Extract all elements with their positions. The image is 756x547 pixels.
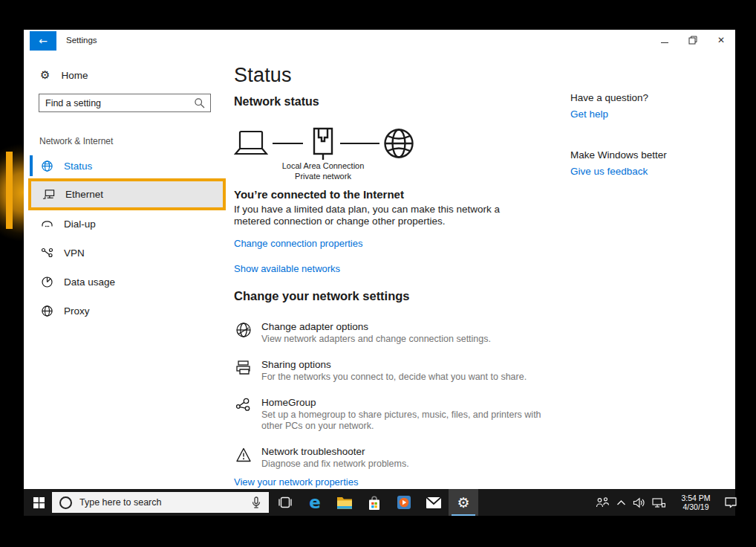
warning-triangle-icon	[235, 447, 252, 463]
vpn-icon	[41, 247, 53, 259]
connector-line	[273, 143, 303, 144]
settings-window: ← Settings ✕ ⚙ Home Network & Internet S…	[24, 30, 735, 489]
desktop: ← Settings ✕ ⚙ Home Network & Internet S…	[0, 0, 756, 547]
store-button[interactable]	[359, 489, 389, 516]
folder-icon	[336, 496, 353, 509]
taskbar-search[interactable]	[52, 492, 269, 513]
chevron-up-icon	[616, 499, 626, 506]
internet-globe-icon	[382, 127, 415, 160]
media-player-button[interactable]	[389, 489, 419, 516]
sidebar-item-label: VPN	[64, 247, 85, 259]
sidebar-item-label: Ethernet	[65, 189, 103, 200]
speaker-icon	[633, 497, 645, 508]
make-windows-better-label: Make Windows better	[570, 149, 667, 161]
globe-icon	[41, 305, 53, 317]
minimize-icon	[661, 42, 668, 43]
file-explorer-button[interactable]	[330, 489, 359, 516]
sidebar-item-home[interactable]: ⚙ Home	[40, 65, 88, 85]
sidebar-item-vpn[interactable]: VPN	[33, 242, 218, 263]
network-status-heading: Network status	[234, 95, 319, 109]
taskbar: e ⚙ 3:54 PM 4/30/19	[24, 489, 735, 516]
start-button[interactable]	[24, 489, 53, 516]
change-settings-heading: Change your network settings	[234, 289, 410, 303]
connected-heading: You’re connected to the Internet	[234, 188, 404, 201]
hidden-icons-button[interactable]	[616, 499, 626, 506]
clock-time: 3:54 PM	[677, 493, 715, 503]
connector-line	[340, 143, 379, 144]
card-title: Sharing options	[261, 359, 527, 370]
view-network-properties-link[interactable]: View your network properties	[234, 476, 358, 488]
sidebar-item-proxy[interactable]: Proxy	[33, 300, 218, 321]
sidebar-item-status[interactable]: Status	[33, 155, 218, 176]
pie-chart-icon	[41, 276, 53, 288]
sidebar-item-data-usage[interactable]: Data usage	[33, 271, 218, 292]
people-button[interactable]	[596, 496, 610, 508]
titlebar: ← Settings ✕	[24, 30, 735, 51]
network-diagram: Local Area Connection Private network	[234, 127, 442, 187]
phone-icon	[41, 219, 53, 230]
sidebar-section-label: Network & Internet	[39, 136, 113, 146]
network-type: Private network	[256, 172, 390, 181]
sharing-options-item[interactable]: Sharing options For the networks you con…	[235, 359, 555, 383]
sharing-icon	[235, 360, 252, 376]
ethernet-plug-icon	[312, 127, 334, 163]
show-available-networks-link[interactable]: Show available networks	[234, 263, 340, 274]
get-help-link[interactable]: Get help	[570, 109, 608, 120]
edge-icon: e	[309, 494, 321, 511]
clock[interactable]: 3:54 PM 4/30/19	[677, 493, 715, 512]
card-desc: For the networks you connect to, decide …	[261, 372, 527, 383]
microphone-icon[interactable]	[250, 496, 262, 509]
mail-button[interactable]	[419, 489, 449, 516]
connection-name: Local Area Connection	[256, 161, 390, 170]
restore-button[interactable]	[688, 35, 698, 45]
annotation-bar	[6, 152, 13, 229]
media-player-icon	[397, 495, 411, 510]
sidebar-item-label: Home	[61, 70, 88, 81]
homegroup-icon	[235, 398, 252, 414]
minimize-button[interactable]	[659, 35, 670, 45]
task-view-button[interactable]	[270, 489, 300, 516]
connected-body: If you have a limited data plan, you can…	[234, 204, 510, 227]
card-title: Network troubleshooter	[261, 446, 409, 457]
back-arrow-icon: ←	[39, 35, 48, 47]
task-view-icon	[278, 496, 293, 509]
store-icon	[367, 495, 382, 511]
card-title: Change adapter options	[261, 321, 491, 332]
back-button[interactable]: ←	[30, 31, 56, 51]
sidebar-item-label: Status	[64, 161, 92, 172]
sidebar-item-dialup[interactable]: Dial-up	[33, 213, 218, 234]
sidebar-item-label: Data usage	[64, 276, 115, 288]
sidebar-item-label: Proxy	[64, 305, 90, 317]
network-ethernet-icon	[652, 497, 665, 508]
windows-logo-icon	[33, 497, 45, 508]
card-title: HomeGroup	[261, 397, 555, 408]
have-a-question-label: Have a question?	[570, 92, 648, 103]
homegroup-item[interactable]: HomeGroup Set up a homegroup to share pi…	[235, 397, 555, 432]
people-icon	[596, 496, 610, 508]
adapter-globe-icon	[235, 322, 252, 338]
laptop-icon	[234, 130, 268, 157]
change-adapter-options-item[interactable]: Change adapter options View network adap…	[235, 321, 555, 345]
window-title: Settings	[66, 36, 97, 45]
taskbar-search-input[interactable]	[79, 497, 235, 508]
sidebar-item-ethernet[interactable]: Ethernet	[28, 178, 226, 210]
network-troubleshooter-item[interactable]: Network troubleshooter Diagnose and fix …	[235, 446, 555, 470]
gear-icon: ⚙	[40, 68, 50, 82]
search-icon	[194, 97, 206, 109]
card-desc: Diagnose and fix network problems.	[261, 459, 409, 470]
network-tray-button[interactable]	[652, 497, 665, 508]
gear-icon: ⚙	[457, 496, 469, 510]
cortana-icon	[59, 496, 72, 509]
settings-taskbar-button[interactable]: ⚙	[449, 489, 478, 516]
settings-search	[39, 94, 211, 112]
volume-button[interactable]	[633, 497, 645, 508]
search-input[interactable]	[45, 94, 190, 111]
change-connection-properties-link[interactable]: Change connection properties	[234, 238, 362, 249]
restore-icon	[688, 36, 697, 45]
action-center-button[interactable]	[724, 496, 737, 508]
card-desc: Set up a homegroup to share pictures, mu…	[261, 410, 555, 432]
give-feedback-link[interactable]: Give us feedback	[570, 166, 648, 177]
system-tray: 3:54 PM 4/30/19	[596, 489, 744, 516]
close-button[interactable]: ✕	[716, 35, 726, 45]
edge-button[interactable]: e	[300, 489, 330, 516]
